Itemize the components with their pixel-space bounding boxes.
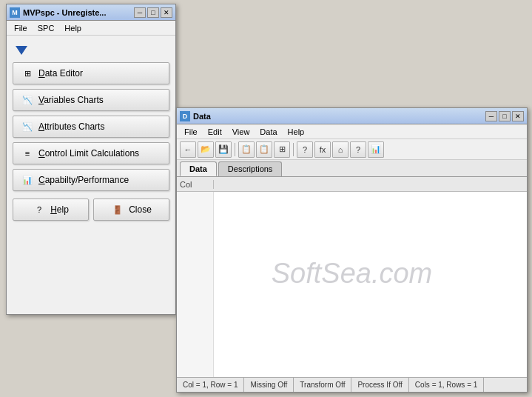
open-button[interactable]: 📂 xyxy=(198,141,214,158)
help-label: Help xyxy=(50,204,69,215)
menu-spc[interactable]: SPC xyxy=(33,23,59,33)
data-maximize-button[interactable]: □ xyxy=(499,111,511,121)
help-icon: ? xyxy=(33,204,46,215)
status-missing: Missing Off xyxy=(244,378,294,392)
data-window-icon: D xyxy=(180,111,190,121)
control-limit-button[interactable]: ≡ Control Limit Calculations xyxy=(13,142,169,164)
maximize-button[interactable]: □ xyxy=(147,7,159,18)
close-button[interactable]: ✕ xyxy=(161,7,172,18)
main-window-controls: ─ □ ✕ xyxy=(134,7,172,18)
attributes-charts-button[interactable]: 📉 Attributes Charts xyxy=(13,116,169,138)
close-main-button[interactable]: 🚪 Close xyxy=(93,198,169,221)
data-menu-file[interactable]: File xyxy=(180,127,202,137)
status-col-row: Col = 1, Row = 1 xyxy=(181,378,244,392)
data-window-controls: ─ □ ✕ xyxy=(485,111,524,121)
attributes-charts-icon: 📉 xyxy=(21,121,34,132)
data-menu-help[interactable]: Help xyxy=(283,127,309,137)
menu-file[interactable]: File xyxy=(10,23,32,33)
tab-descriptions[interactable]: Descriptions xyxy=(218,161,283,176)
separator-1 xyxy=(235,143,235,156)
status-bar: Col = 1, Row = 1 Missing Off Transform O… xyxy=(177,377,527,392)
col-header: Col xyxy=(177,180,214,189)
attributes-charts-label: Attributes Charts xyxy=(38,121,104,132)
separator-2 xyxy=(293,143,294,156)
data-menu-data[interactable]: Data xyxy=(255,127,281,137)
variables-charts-button[interactable]: 📉 Variables Charts xyxy=(13,89,169,111)
data-toolbar: ← 📂 💾 📋 📋 ⊞ ? fx ⌂ ? 📊 xyxy=(177,139,527,160)
data-title-bar[interactable]: D Data ─ □ ✕ xyxy=(177,108,527,124)
bottom-button-row: ? Help 🚪 Close xyxy=(13,198,169,221)
close-main-label: Close xyxy=(129,204,152,215)
main-window-icon: M xyxy=(10,7,20,18)
close-main-icon: 🚪 xyxy=(111,204,124,215)
info-button[interactable]: ? xyxy=(350,141,366,158)
status-process: Process If Off xyxy=(351,378,408,392)
data-editor-icon: ⊞ xyxy=(21,68,34,79)
variables-charts-label: Variables Charts xyxy=(38,95,104,105)
grid-button[interactable]: ⊞ xyxy=(274,141,290,158)
fx-button[interactable]: fx xyxy=(314,141,331,158)
main-window: M MVPspc - Unregiste... ─ □ ✕ File SPC H… xyxy=(6,4,176,315)
data-minimize-button[interactable]: ─ xyxy=(485,111,497,121)
paste-button[interactable]: 📋 xyxy=(256,141,272,158)
indicator-row xyxy=(13,43,169,58)
help2-button[interactable]: ? xyxy=(297,141,313,158)
status-transform: Transform Off xyxy=(294,378,351,392)
data-menu-edit[interactable]: Edit xyxy=(203,127,226,137)
data-editor-button[interactable]: ⊞ Data Editor xyxy=(13,62,169,84)
data-content: Col SoftSea.com xyxy=(177,177,527,377)
menu-help[interactable]: Help xyxy=(60,23,86,33)
main-menu-bar: File SPC Help xyxy=(7,21,175,36)
tab-data[interactable]: Data xyxy=(180,161,217,176)
watermark: SoftSea.com xyxy=(272,258,433,290)
main-title-bar[interactable]: M MVPspc - Unregiste... ─ □ ✕ xyxy=(7,4,175,21)
main-content: ⊞ Data Editor 📉 Variables Charts 📉 Attri… xyxy=(7,36,175,228)
save-button[interactable]: 💾 xyxy=(215,141,232,158)
data-window-title: Data xyxy=(193,112,211,121)
tab-bar: Data Descriptions xyxy=(177,160,527,177)
capability-icon: 📊 xyxy=(21,175,34,185)
home-button[interactable]: ⌂ xyxy=(332,141,349,158)
minimize-button[interactable]: ─ xyxy=(134,7,146,18)
variables-charts-icon: 📉 xyxy=(21,95,34,105)
data-menu-view[interactable]: View xyxy=(228,127,255,137)
control-limit-label: Control Limit Calculations xyxy=(38,148,139,159)
row-numbers xyxy=(177,192,214,377)
triangle-indicator xyxy=(16,46,27,55)
copy-button[interactable]: 📋 xyxy=(238,141,255,158)
status-cols-rows: Cols = 1, Rows = 1 xyxy=(409,378,484,392)
chart-button[interactable]: 📊 xyxy=(368,141,384,158)
data-window: D Data ─ □ ✕ File Edit View Data Help ← … xyxy=(176,107,528,393)
capability-label: Capabilty/Performance xyxy=(38,175,129,185)
capability-button[interactable]: 📊 Capabilty/Performance xyxy=(13,169,169,191)
data-close-button[interactable]: ✕ xyxy=(512,111,524,121)
data-editor-label: Data Editor xyxy=(38,68,83,79)
help-button[interactable]: ? Help xyxy=(13,198,89,221)
control-limit-icon: ≡ xyxy=(21,148,34,159)
data-menu-bar: File Edit View Data Help xyxy=(177,124,527,139)
back-button[interactable]: ← xyxy=(180,141,196,158)
main-window-title: MVPspc - Unregiste... xyxy=(23,8,106,17)
